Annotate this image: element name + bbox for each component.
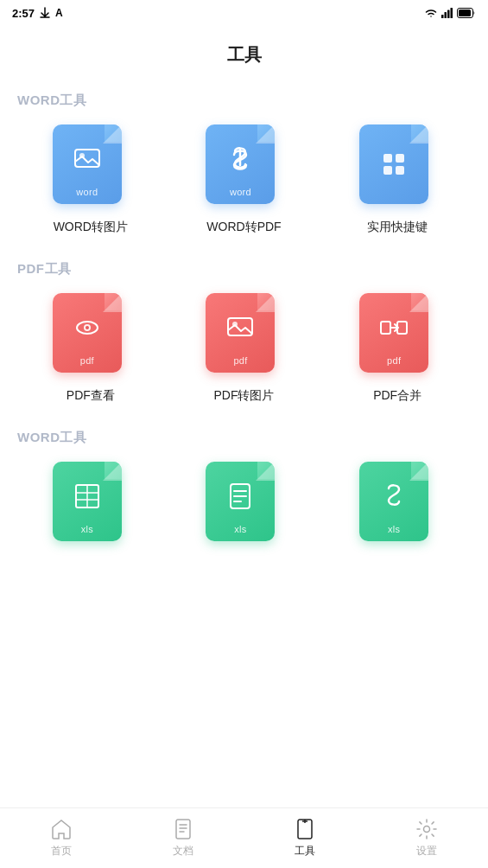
tool-xls-3[interactable]: xls — [324, 462, 471, 557]
tool-shortcuts[interactable]: 实用快捷键 — [324, 124, 471, 235]
svg-rect-2 — [447, 10, 450, 19]
doc-shape-blue-3 — [359, 124, 428, 204]
bottom-nav: 首页 文档 工具 设置 — [0, 807, 488, 868]
nav-settings[interactable]: 设置 — [398, 813, 455, 864]
status-left: 2:57 A — [12, 7, 63, 20]
nav-home-label: 首页 — [51, 844, 72, 858]
doc-icon-area-7 — [71, 462, 104, 524]
status-time: 2:57 — [12, 7, 35, 20]
section-label-word-1: WORD工具 — [17, 93, 471, 109]
grid-icon-1 — [377, 148, 410, 181]
doc-icon-area-6 — [377, 293, 410, 355]
table-icon-1 — [71, 480, 104, 513]
svg-rect-9 — [396, 154, 404, 163]
doc-label-2: word — [230, 187, 251, 204]
nav-tools[interactable]: 工具 — [276, 813, 333, 864]
tool-icon-xls-2: xls — [206, 462, 282, 548]
section-label-pdf: PDF工具 — [17, 261, 471, 278]
doc-fold-6 — [409, 293, 428, 312]
doc-icon-area-3 — [377, 124, 410, 197]
docs-icon — [172, 818, 194, 840]
svg-rect-10 — [383, 166, 392, 175]
doc-label-8: xls — [234, 524, 246, 541]
tool-icon-word-to-pdf: word — [206, 124, 282, 211]
svg-rect-27 — [176, 820, 190, 839]
image-icon-1 — [71, 143, 104, 176]
main-content: 工具 WORD工具 word — [0, 26, 488, 807]
eye-icon-1 — [71, 311, 104, 344]
tool-xls-1[interactable]: xls — [17, 462, 164, 557]
svg-rect-8 — [383, 154, 392, 163]
section-word-tools-2: WORD工具 xls — [17, 430, 471, 557]
doc-icon-area-8 — [224, 462, 257, 524]
doc-fold-1 — [103, 124, 122, 144]
nav-docs[interactable]: 文档 — [155, 813, 212, 864]
doc-shape-blue-1: word — [53, 124, 122, 204]
tool-word-to-image[interactable]: word WORD转图片 — [17, 124, 164, 235]
svg-rect-1 — [445, 12, 447, 18]
tool-label-pdf-view: PDF查看 — [67, 388, 115, 404]
svg-point-31 — [424, 827, 430, 833]
doc-label-5: pdf — [233, 355, 247, 373]
doc-fold-4 — [103, 293, 122, 312]
doc-shape-red-1: pdf — [53, 293, 122, 373]
doc-shape-blue-2: word — [206, 124, 275, 204]
doc-lines-icon-1 — [224, 480, 257, 513]
page-title: 工具 — [17, 26, 471, 93]
tool-grid-pdf: pdf PDF查看 — [17, 293, 471, 404]
nav-docs-label: 文档 — [173, 844, 193, 858]
section-pdf-tools: PDF工具 pdf — [17, 261, 471, 404]
tool-pdf-merge[interactable]: pdf PDF合并 — [324, 293, 471, 404]
tool-xls-2[interactable]: xls — [171, 462, 318, 557]
tool-label-pdf-merge: PDF合并 — [373, 388, 421, 404]
doc-fold-3 — [409, 124, 428, 144]
svg-rect-0 — [441, 15, 444, 18]
doc-shape-green-1: xls — [53, 462, 122, 541]
pdf-symbol-icon-1 — [224, 143, 257, 176]
tool-icon-shortcuts — [359, 124, 435, 211]
tool-label-pdf-to-image: PDF转图片 — [213, 388, 274, 404]
svg-point-14 — [86, 326, 89, 329]
download-icon — [40, 7, 50, 19]
doc-fold-8 — [256, 462, 275, 481]
status-right — [424, 8, 476, 18]
tool-pdf-to-image[interactable]: pdf PDF转图片 — [171, 293, 318, 404]
tool-pdf-view[interactable]: pdf PDF查看 — [17, 293, 164, 404]
signal-icon — [441, 8, 453, 18]
tools-icon — [294, 818, 316, 840]
doc-label-7: xls — [81, 524, 93, 541]
image-icon-2 — [224, 311, 257, 344]
tool-grid-xls: xls — [17, 462, 471, 557]
settings-icon — [415, 818, 438, 840]
doc-label-6: pdf — [387, 355, 401, 373]
tool-icon-xls-3: xls — [359, 462, 435, 548]
doc-label-1: word — [76, 187, 98, 204]
section-label-word-2: WORD工具 — [17, 430, 471, 446]
a-icon: A — [55, 7, 63, 19]
doc-icon-area-1 — [71, 124, 104, 187]
tool-icon-pdf-view: pdf — [53, 293, 129, 380]
battery-icon — [457, 8, 476, 18]
doc-shape-red-2: pdf — [206, 293, 275, 373]
doc-label-4: pdf — [80, 355, 94, 373]
doc-fold-9 — [409, 462, 428, 481]
svg-rect-3 — [451, 8, 453, 18]
nav-tools-label: 工具 — [295, 844, 315, 858]
tool-icon-pdf-to-image: pdf — [206, 293, 282, 380]
nav-settings-label: 设置 — [416, 844, 437, 858]
doc-icon-area-9 — [377, 462, 410, 524]
doc-shape-red-3: pdf — [359, 293, 428, 373]
doc-fold-7 — [103, 462, 122, 481]
tool-label-word-to-image: WORD转图片 — [54, 220, 128, 235]
pdf-symbol-icon-2 — [377, 480, 410, 513]
section-word-tools-1: WORD工具 word — [17, 93, 471, 235]
nav-home[interactable]: 首页 — [33, 813, 90, 864]
wifi-icon — [424, 8, 438, 18]
tool-icon-word-to-image: word — [53, 124, 129, 211]
tool-label-shortcuts: 实用快捷键 — [367, 220, 428, 235]
svg-rect-17 — [381, 322, 390, 334]
doc-shape-green-2: xls — [206, 462, 275, 541]
svg-rect-5 — [459, 10, 471, 16]
tool-grid-word-1: word WORD转图片 wo — [17, 124, 471, 235]
tool-word-to-pdf[interactable]: word WORD转PDF — [171, 124, 318, 235]
